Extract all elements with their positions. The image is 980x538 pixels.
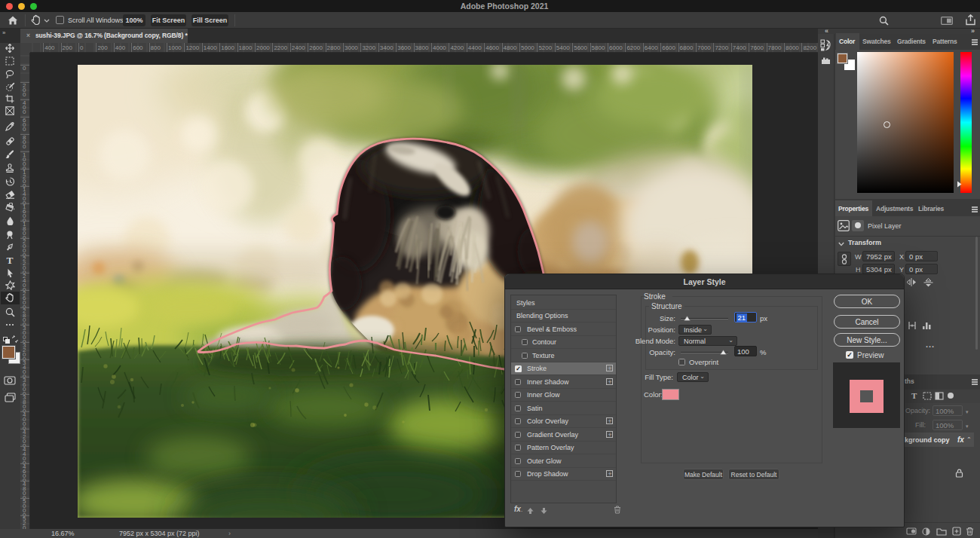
svg-text:T: T xyxy=(6,255,13,264)
